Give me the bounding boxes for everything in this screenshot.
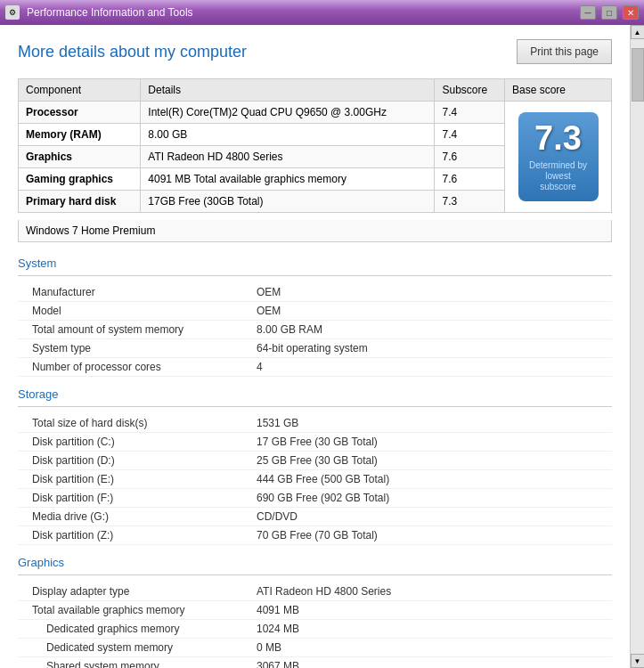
detail-value: 0 MB <box>249 639 612 657</box>
base-score-cell: 7.3 Determined by lowest subscore <box>505 102 612 213</box>
detail-row: Total amount of system memory8.00 GB RAM <box>18 321 612 339</box>
detail-value: 444 GB Free (500 GB Total) <box>249 470 612 489</box>
detail-value: 64-bit operating system <box>249 339 612 358</box>
detail-row: Media drive (G:)CD/DVD <box>18 508 612 526</box>
col-subscore: Subscore <box>435 79 505 102</box>
detail-label: System type <box>18 339 249 358</box>
score-row-subscore: 7.3 <box>435 191 505 213</box>
detail-label: Number of processor cores <box>18 358 249 377</box>
close-button[interactable]: ✕ <box>623 5 639 20</box>
detail-row: Disk partition (C:)17 GB Free (30 GB Tot… <box>18 433 612 452</box>
scroll-down-button[interactable]: ▼ <box>631 654 645 668</box>
graphics-section-header: Graphics <box>18 556 612 569</box>
system-divider <box>18 275 612 276</box>
detail-value: 1531 GB <box>249 414 612 433</box>
score-row-subscore: 7.4 <box>435 102 505 124</box>
detail-row: Number of processor cores4 <box>18 358 612 377</box>
detail-row: Total available graphics memory4091 MB <box>18 601 612 620</box>
col-details: Details <box>141 79 435 102</box>
score-row-subscore: 7.6 <box>435 168 505 191</box>
detail-value: 17 GB Free (30 GB Total) <box>249 433 612 452</box>
col-component: Component <box>19 79 141 102</box>
score-row-component: Gaming graphics <box>19 168 141 191</box>
col-basescore: Base score <box>505 79 612 102</box>
detail-label: Disk partition (Z:) <box>18 526 249 545</box>
system-section-header: System <box>18 257 612 270</box>
detail-label: Disk partition (E:) <box>18 470 249 489</box>
detail-value: 3067 MB <box>249 657 612 669</box>
score-number: 7.3 <box>527 121 590 155</box>
os-label: Windows 7 Home Premium <box>26 224 155 237</box>
graphics-divider <box>18 574 612 575</box>
scrollbar[interactable]: ▲ ▼ <box>630 25 644 668</box>
detail-row: System type64-bit operating system <box>18 339 612 358</box>
detail-label: Total size of hard disk(s) <box>18 414 249 433</box>
os-row: Windows 7 Home Premium <box>18 220 612 242</box>
detail-label: Model <box>18 302 249 321</box>
detail-value: 25 GB Free (30 GB Total) <box>249 452 612 470</box>
score-row-details: 4091 MB Total available graphics memory <box>141 168 435 191</box>
detail-value: CD/DVD <box>249 508 612 526</box>
maximize-button[interactable]: □ <box>601 5 617 20</box>
print-button[interactable]: Print this page <box>517 39 612 64</box>
scrollbar-thumb[interactable] <box>632 48 644 102</box>
score-row-details: Intel(R) Core(TM)2 Quad CPU Q9650 @ 3.00… <box>141 102 435 124</box>
storage-table: Total size of hard disk(s)1531 GBDisk pa… <box>18 414 612 545</box>
detail-label: Total available graphics memory <box>18 601 249 620</box>
detail-row: Display adapter typeATI Radeon HD 4800 S… <box>18 582 612 601</box>
detail-label: Media drive (G:) <box>18 508 249 526</box>
system-table: ManufacturerOEMModelOEMTotal amount of s… <box>18 283 612 377</box>
score-row-component: Memory (RAM) <box>19 124 141 146</box>
app-icon: ⚙ <box>5 5 20 20</box>
detail-row: Disk partition (Z:)70 GB Free (70 GB Tot… <box>18 526 612 545</box>
detail-value: 8.00 GB RAM <box>249 321 612 339</box>
detail-row: Disk partition (D:)25 GB Free (30 GB Tot… <box>18 452 612 470</box>
content-area: More details about my computer Print thi… <box>0 25 630 668</box>
score-row-component: Processor <box>19 102 141 124</box>
detail-value: 690 GB Free (902 GB Total) <box>249 489 612 508</box>
detail-label: Disk partition (F:) <box>18 489 249 508</box>
detail-label: Disk partition (D:) <box>18 452 249 470</box>
detail-label: Dedicated system memory <box>18 639 249 657</box>
detail-value: OEM <box>249 283 612 302</box>
score-badge-label: Determined by lowest subscore <box>527 160 590 192</box>
page-title: More details about my computer <box>18 43 247 61</box>
detail-label: Manufacturer <box>18 283 249 302</box>
titlebar: ⚙ Performance Information and Tools ─ □ … <box>0 0 644 25</box>
detail-label: Shared system memory <box>18 657 249 669</box>
detail-row: ModelOEM <box>18 302 612 321</box>
detail-row: ManufacturerOEM <box>18 283 612 302</box>
detail-row: Dedicated graphics memory1024 MB <box>18 620 612 639</box>
score-row-component: Graphics <box>19 146 141 168</box>
score-row-subscore: 7.4 <box>435 124 505 146</box>
detail-value: 70 GB Free (70 GB Total) <box>249 526 612 545</box>
detail-row: Dedicated system memory0 MB <box>18 639 612 657</box>
score-row-details: 17GB Free (30GB Total) <box>141 191 435 213</box>
score-table: Component Details Subscore Base score Pr… <box>18 78 612 213</box>
detail-label: Dedicated graphics memory <box>18 620 249 639</box>
storage-divider <box>18 406 612 407</box>
scroll-up-button[interactable]: ▲ <box>631 25 645 39</box>
scrollbar-track[interactable] <box>631 39 644 654</box>
detail-value: ATI Radeon HD 4800 Series <box>249 582 612 601</box>
detail-row: Shared system memory3067 MB <box>18 657 612 669</box>
score-row-details: 8.00 GB <box>141 124 435 146</box>
detail-label: Total amount of system memory <box>18 321 249 339</box>
detail-value: OEM <box>249 302 612 321</box>
detail-value: 4 <box>249 358 612 377</box>
detail-value: 4091 MB <box>249 601 612 620</box>
page-header: More details about my computer Print thi… <box>18 39 612 64</box>
score-badge: 7.3 Determined by lowest subscore <box>518 112 599 201</box>
detail-row: Disk partition (F:)690 GB Free (902 GB T… <box>18 489 612 508</box>
detail-label: Disk partition (C:) <box>18 433 249 452</box>
storage-section-header: Storage <box>18 387 612 401</box>
minimize-button[interactable]: ─ <box>580 5 596 20</box>
graphics-table: Display adapter typeATI Radeon HD 4800 S… <box>18 582 612 668</box>
detail-label: Display adapter type <box>18 582 249 601</box>
window-title: Performance Information and Tools <box>23 6 575 19</box>
main-container: More details about my computer Print thi… <box>0 25 644 668</box>
score-row-subscore: 7.6 <box>435 146 505 168</box>
score-row-component: Primary hard disk <box>19 191 141 213</box>
detail-row: Disk partition (E:)444 GB Free (500 GB T… <box>18 470 612 489</box>
detail-row: Total size of hard disk(s)1531 GB <box>18 414 612 433</box>
